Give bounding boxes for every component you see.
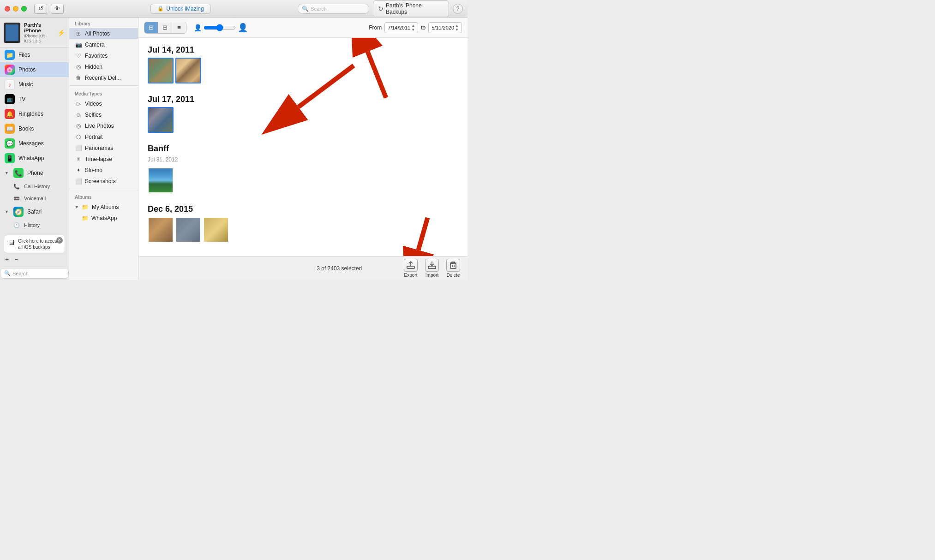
my-albums-label: My Albums [92,204,119,210]
whatsapp-label: WhatsApp [18,155,44,161]
sidebar-item-music[interactable]: ♪ Music [0,77,69,92]
panel-item-selfies[interactable]: ☺ Selfies [69,109,138,120]
view-small-grid-button[interactable]: ⊟ [158,22,172,33]
panel-item-all-photos[interactable]: ⊞ All Photos [69,28,138,39]
media-types-label: Media Types [69,88,138,98]
from-date-input[interactable]: 7/14/2011 ▲ ▼ [384,22,418,33]
to-label: to [421,24,426,31]
panel-item-panoramas[interactable]: ⬜ Panoramas [69,143,138,154]
device-icon [4,23,20,43]
reload-button[interactable]: ↺ [34,4,47,14]
add-remove-controls: + − [0,253,69,265]
photo-thumb-dec2[interactable] [175,217,201,243]
sidebar-search-icon: 🔍 [4,270,11,276]
photos-label: Photos [18,66,36,73]
sidebar-item-safari[interactable]: ▼ 🧭 Safari [0,204,69,219]
panel-item-screenshots[interactable]: ⬜ Screenshots [69,176,138,187]
voicemail-icon: 📼 [13,195,20,202]
sidebar-item-messages[interactable]: 💬 Messages [0,136,69,151]
sidebar-search[interactable]: 🔍 Search [0,268,69,279]
search-bar[interactable]: 🔍 Search [298,4,369,14]
panel-item-live-photos[interactable]: ◎ Live Photos [69,120,138,131]
live-photos-label: Live Photos [85,123,114,129]
sidebar-item-voicemail[interactable]: 📼 Voicemail [0,192,69,204]
panel-item-whatsapp-album[interactable]: 📁 WhatsApp [69,213,138,224]
date-range: From 7/14/2011 ▲ ▼ to 5/11/2020 ▲ ▼ [369,22,462,33]
safari-app-icon: 🧭 [13,207,24,217]
time-lapse-icon: ✳ [75,155,82,163]
banner-text: Click here to access all iOS backups [18,238,61,250]
section-subtitle-banff: Jul 31, 2012 [148,156,458,163]
photo-thumb-dec1[interactable] [148,217,174,243]
export-button[interactable]: Export [404,259,418,278]
help-button[interactable]: ? [453,4,463,14]
content-scroll[interactable]: Jul 14, 2011 Jul 17, 2011 [138,38,468,256]
bottom-bar: 3 of 2403 selected Export [138,256,468,280]
backup-button[interactable]: ↻ Parth's iPhone Backups [373,0,449,17]
photo-image-dec2 [176,218,200,242]
camera-icon: 📷 [75,41,82,48]
sidebar-item-history[interactable]: 🕐 History [0,219,69,231]
sidebar-item-ringtones[interactable]: 🔔 Ringtones [0,107,69,121]
panel-item-portrait[interactable]: ⬡ Portrait [69,131,138,143]
eye-button[interactable]: 👁 [51,4,64,14]
books-label: Books [18,125,34,132]
sidebar-item-tv[interactable]: 📺 TV [0,92,69,107]
photo-image-3 [149,108,173,132]
ios-backup-banner[interactable]: 🖥 Click here to access all iOS backups ✕ [4,235,65,253]
photo-thumb-banff[interactable] [148,167,174,193]
from-date-value: 7/14/2011 [388,25,410,30]
panel-item-favorites[interactable]: ♡ Favorites [69,50,138,61]
safari-label: Safari [27,209,42,215]
minimize-button[interactable] [13,6,18,12]
all-photos-icon: ⊞ [75,30,82,37]
spinner-icon: ↻ [378,5,384,12]
portrait-icon: ⬡ [75,133,82,141]
photo-thumb-dec3[interactable] [203,217,229,243]
traffic-lights [5,6,27,12]
right-content: ⊞ ⊟ ≡ 👤 👤 From 7/14/2011 ▲ ▼ to [138,18,468,280]
delete-button[interactable]: Delete [446,259,460,278]
photo-grid-jul17 [148,107,458,133]
from-date-stepper[interactable]: ▲ ▼ [411,24,415,32]
photo-thumb-2[interactable] [175,58,201,83]
sidebar-item-call-history[interactable]: 📞 Call History [0,180,69,192]
divider-2 [69,189,138,189]
device-subtitle: iPhone XR · iOS 13.5 [24,33,54,43]
panel-item-hidden[interactable]: ◎ Hidden [69,61,138,72]
photo-thumb-3[interactable] [148,107,174,133]
sidebar-item-phone[interactable]: ▼ 📞 Phone [0,166,69,180]
sidebar-item-books[interactable]: 📖 Books [0,121,69,136]
main-layout: Parth's iPhone iPhone XR · iOS 13.5 ⚡ 📁 … [0,18,468,280]
close-button[interactable] [5,6,10,12]
view-list-button[interactable]: ≡ [172,22,186,33]
sidebar-item-whatsapp[interactable]: 📱 WhatsApp [0,151,69,166]
sidebar-item-files[interactable]: 📁 Files [0,48,69,62]
books-app-icon: 📖 [5,124,15,134]
my-albums-icon: 📁 [82,203,89,211]
add-button[interactable]: + [3,255,11,263]
banner-close-button[interactable]: ✕ [56,237,63,244]
slo-mo-icon: ✦ [75,167,82,174]
to-date-stepper[interactable]: ▲ ▼ [455,24,459,32]
panel-item-my-albums[interactable]: ▼ 📁 My Albums [69,202,138,213]
photo-image-banff [149,168,173,192]
unlock-button[interactable]: 🔒 Unlock iMazing [150,4,210,14]
panel-item-recently-deleted[interactable]: 🗑 Recently Del... [69,72,138,83]
import-button[interactable]: Import [425,259,439,278]
panel-item-videos[interactable]: ▷ Videos [69,98,138,109]
help-label: ? [456,6,460,12]
maximize-button[interactable] [21,6,27,12]
my-albums-disclosure-icon: ▼ [75,205,79,209]
panoramas-icon: ⬜ [75,144,82,152]
photo-thumb-1[interactable] [148,58,174,83]
sidebar-item-photos[interactable]: 🌸 Photos [0,62,69,77]
panel-item-slo-mo[interactable]: ✦ Slo-mo [69,165,138,176]
panel-item-time-lapse[interactable]: ✳ Time-lapse [69,154,138,165]
svg-rect-8 [428,266,436,268]
size-slider[interactable] [204,24,236,31]
panel-item-camera[interactable]: 📷 Camera [69,39,138,50]
view-grid-button[interactable]: ⊞ [144,22,158,33]
remove-button[interactable]: − [12,255,20,263]
to-date-input[interactable]: 5/11/2020 ▲ ▼ [428,22,462,33]
